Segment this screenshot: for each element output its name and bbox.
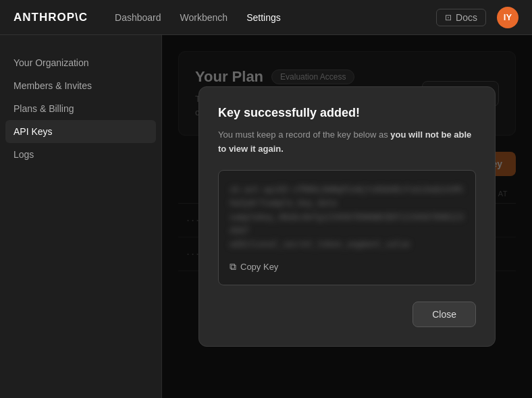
docs-button[interactable]: ⊡ Docs: [436, 9, 486, 26]
nav-settings[interactable]: Settings: [246, 12, 281, 23]
modal-title: Key successfully added!: [218, 106, 476, 120]
key-text: sk-ant-api03-xTR8kL9mNqP2vWjYzKbHdEcFuGi…: [230, 183, 464, 252]
docs-label: Docs: [456, 12, 477, 23]
avatar[interactable]: IY: [497, 7, 518, 28]
topnav: ANTHROP\C Dashboard Workbench Settings ⊡…: [0, 0, 532, 35]
modal-dialog: Key successfully added! You must keep a …: [198, 86, 496, 347]
nav-links: Dashboard Workbench Settings: [115, 12, 415, 23]
brand-logo: ANTHROP\C: [14, 11, 88, 24]
sidebar-item-apikeys[interactable]: API Keys: [5, 120, 156, 143]
modal-desc-plain: You must keep a record of the key below …: [218, 130, 390, 140]
modal-footer: Close: [218, 302, 476, 327]
copy-icon: ⧉: [230, 261, 236, 273]
docs-icon: ⊡: [445, 13, 452, 22]
nav-dashboard[interactable]: Dashboard: [115, 12, 161, 23]
close-button[interactable]: Close: [413, 302, 476, 327]
sidebar-item-members[interactable]: Members & Invites: [0, 74, 161, 97]
modal-overlay: Key successfully added! You must keep a …: [162, 35, 532, 398]
sidebar-item-logs[interactable]: Logs: [0, 143, 161, 166]
main-content: Your Plan Evaluation Access This free pl…: [162, 35, 532, 398]
nav-right: ⊡ Docs IY: [436, 7, 518, 28]
nav-workbench[interactable]: Workbench: [180, 12, 228, 23]
layout: Your Organization Members & Invites Plan…: [0, 35, 532, 398]
sidebar: Your Organization Members & Invites Plan…: [0, 35, 162, 398]
sidebar-item-billing[interactable]: Plans & Billing: [0, 97, 161, 120]
modal-description: You must keep a record of the key below …: [218, 128, 476, 157]
copy-key-button[interactable]: ⧉ Copy Key: [230, 258, 278, 275]
key-box: sk-ant-api03-xTR8kL9mNqP2vWjYzKbHdEcFuGi…: [218, 170, 476, 285]
sidebar-item-org[interactable]: Your Organization: [0, 51, 161, 74]
copy-key-label: Copy Key: [240, 262, 278, 272]
